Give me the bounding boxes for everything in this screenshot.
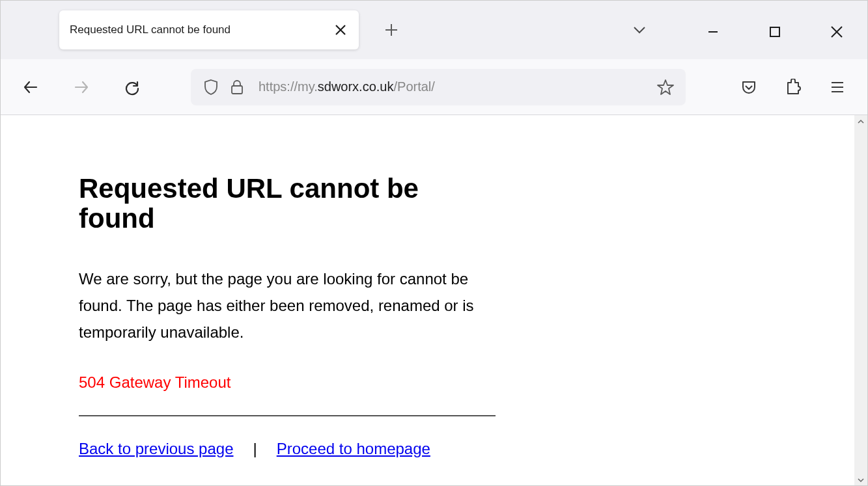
- back-to-previous-link[interactable]: Back to previous page: [79, 440, 233, 458]
- back-button[interactable]: [18, 74, 44, 100]
- scroll-up-arrow-icon[interactable]: [854, 115, 867, 128]
- tab-title: Requested URL cannot be found: [70, 23, 231, 36]
- toolbar-right-controls: [736, 74, 850, 100]
- svg-rect-0: [770, 27, 779, 36]
- error-code: 504 Gateway Timeout: [79, 373, 776, 392]
- url-suffix: /Portal/: [393, 79, 434, 94]
- page-content: Requested URL cannot be found We are sor…: [1, 115, 854, 486]
- links-separator: |: [253, 440, 257, 458]
- nav-buttons: [18, 74, 145, 100]
- url-text: https://my.sdworx.co.uk/Portal/: [252, 79, 651, 94]
- browser-tab[interactable]: Requested URL cannot be found: [59, 10, 359, 49]
- proceed-to-homepage-link[interactable]: Proceed to homepage: [277, 440, 430, 458]
- address-bar[interactable]: https://my.sdworx.co.uk/Portal/: [191, 69, 686, 105]
- menu-icon[interactable]: [824, 74, 850, 100]
- new-tab-button[interactable]: [378, 17, 404, 43]
- tab-strip: Requested URL cannot be found: [1, 1, 867, 59]
- scroll-down-arrow-icon[interactable]: [854, 474, 867, 486]
- close-tab-icon[interactable]: [333, 22, 348, 38]
- forward-button[interactable]: [68, 74, 94, 100]
- pocket-icon[interactable]: [736, 74, 762, 100]
- lock-icon[interactable]: [226, 76, 248, 98]
- content-area: Requested URL cannot be found We are sor…: [1, 115, 867, 486]
- reload-button[interactable]: [119, 74, 145, 100]
- page-title: Requested URL cannot be found: [79, 174, 496, 234]
- window-controls: [682, 1, 867, 59]
- navigation-toolbar: https://my.sdworx.co.uk/Portal/: [1, 59, 867, 115]
- bookmark-star-icon[interactable]: [654, 76, 677, 98]
- url-domain: sdworx.co.uk: [318, 79, 394, 94]
- close-window-button[interactable]: [805, 19, 867, 45]
- minimize-button[interactable]: [682, 19, 744, 45]
- divider: [79, 415, 496, 416]
- shield-icon[interactable]: [200, 76, 222, 98]
- list-all-tabs-button[interactable]: [626, 17, 652, 43]
- extensions-icon[interactable]: [780, 74, 806, 100]
- page-body: We are sorry, but the page you are looki…: [79, 266, 496, 345]
- url-prefix: https://my.: [259, 79, 318, 94]
- links-row: Back to previous page | Proceed to homep…: [79, 440, 496, 458]
- vertical-scrollbar[interactable]: [854, 115, 867, 486]
- svg-rect-1: [232, 86, 242, 94]
- maximize-button[interactable]: [744, 19, 805, 45]
